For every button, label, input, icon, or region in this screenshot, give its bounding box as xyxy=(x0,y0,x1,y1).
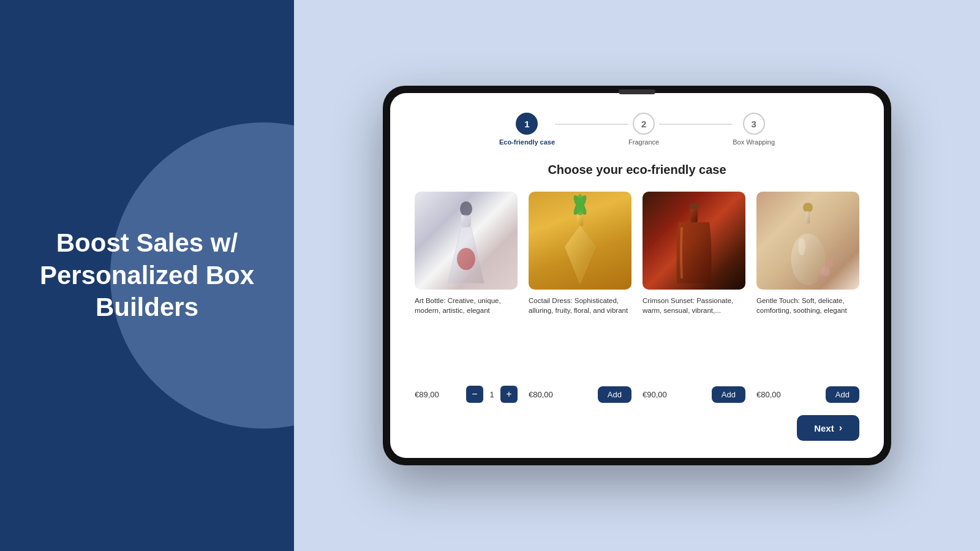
left-panel: Boost Sales w/ Personalized Box Builders xyxy=(0,0,294,551)
product-image-3 xyxy=(643,192,745,290)
svg-point-9 xyxy=(803,203,813,212)
right-panel: 1 Eco-friendly case 2 Fragrance 3 xyxy=(294,0,980,551)
product-price-1: €89,00 xyxy=(415,390,439,399)
svg-rect-10 xyxy=(806,211,810,223)
svg-point-5 xyxy=(576,194,584,216)
product-footer-1: €89,00 − 1 + xyxy=(415,386,518,403)
add-btn-2[interactable]: Add xyxy=(598,386,631,403)
svg-point-14 xyxy=(826,260,833,268)
svg-rect-8 xyxy=(690,209,698,222)
next-arrow-icon: › xyxy=(839,422,842,433)
next-label: Next xyxy=(814,423,834,433)
qty-controls-1: − 1 + xyxy=(466,386,518,403)
step-3-label: Box Wrapping xyxy=(733,138,775,146)
step-2-circle: 2 xyxy=(633,113,655,135)
svg-point-0 xyxy=(460,201,472,216)
add-btn-4[interactable]: Add xyxy=(826,386,859,403)
next-button[interactable]: Next › xyxy=(797,415,859,441)
product-desc-2: Coctail Dress: Sophisticated, alluring, … xyxy=(529,296,631,380)
product-image-4 xyxy=(756,192,859,290)
step-3-number: 3 xyxy=(751,119,756,129)
stepper: 1 Eco-friendly case 2 Fragrance 3 xyxy=(415,113,859,146)
product-desc-3: Crimson Sunset: Passionate, warm, sensua… xyxy=(643,296,745,380)
svg-point-12 xyxy=(798,238,805,255)
product-footer-2: €80,00 Add xyxy=(529,386,631,403)
product-price-4: €80,00 xyxy=(756,390,781,399)
headline: Boost Sales w/ Personalized Box Builders xyxy=(0,203,294,348)
product-image-2 xyxy=(529,192,631,290)
step-1-label: Eco-friendly case xyxy=(499,138,555,146)
step-2-label: Fragrance xyxy=(628,138,659,146)
svg-point-2 xyxy=(457,248,475,270)
step-connector-2-3 xyxy=(659,124,733,125)
product-footer-4: €80,00 Add xyxy=(756,386,859,403)
tablet-frame: 1 Eco-friendly case 2 Fragrance 3 xyxy=(383,86,891,465)
qty-plus-btn-1[interactable]: + xyxy=(500,386,518,403)
svg-rect-6 xyxy=(577,215,583,226)
product-desc-4: Gentle Touch: Soft, delicate, comforting… xyxy=(756,296,859,380)
add-btn-3[interactable]: Add xyxy=(712,386,745,403)
product-price-3: €90,00 xyxy=(643,390,667,399)
page-title: Choose your eco-friendly case xyxy=(415,163,859,177)
svg-rect-1 xyxy=(461,215,471,227)
svg-rect-7 xyxy=(689,204,699,209)
qty-minus-btn-1[interactable]: − xyxy=(466,386,483,403)
product-desc-1: Art Bottle: Creative, unique, modern, ar… xyxy=(415,296,518,380)
product-image-1 xyxy=(415,192,518,290)
product-card-4: Gentle Touch: Soft, delicate, comforting… xyxy=(756,192,859,403)
step-1-number: 1 xyxy=(524,119,529,129)
product-card-1: Art Bottle: Creative, unique, modern, ar… xyxy=(415,192,518,403)
product-card-2: Coctail Dress: Sophisticated, alluring, … xyxy=(529,192,631,403)
step-1-circle: 1 xyxy=(516,113,538,135)
products-grid: Art Bottle: Creative, unique, modern, ar… xyxy=(415,192,859,403)
step-2-group: 2 Fragrance xyxy=(628,113,659,146)
step-2-number: 2 xyxy=(641,119,646,129)
step-connector-1-2 xyxy=(555,124,628,125)
tablet-screen: 1 Eco-friendly case 2 Fragrance 3 xyxy=(390,93,884,458)
product-footer-3: €90,00 Add xyxy=(643,386,745,403)
product-price-2: €80,00 xyxy=(529,390,553,399)
step-1-group: 1 Eco-friendly case xyxy=(499,113,555,146)
step-3-group: 3 Box Wrapping xyxy=(733,113,775,146)
svg-point-15 xyxy=(817,274,826,283)
step-3-circle: 3 xyxy=(743,113,765,135)
next-area: Next › xyxy=(415,415,859,441)
product-card-3: Crimson Sunset: Passionate, warm, sensua… xyxy=(643,192,745,403)
qty-value-1: 1 xyxy=(487,390,497,399)
